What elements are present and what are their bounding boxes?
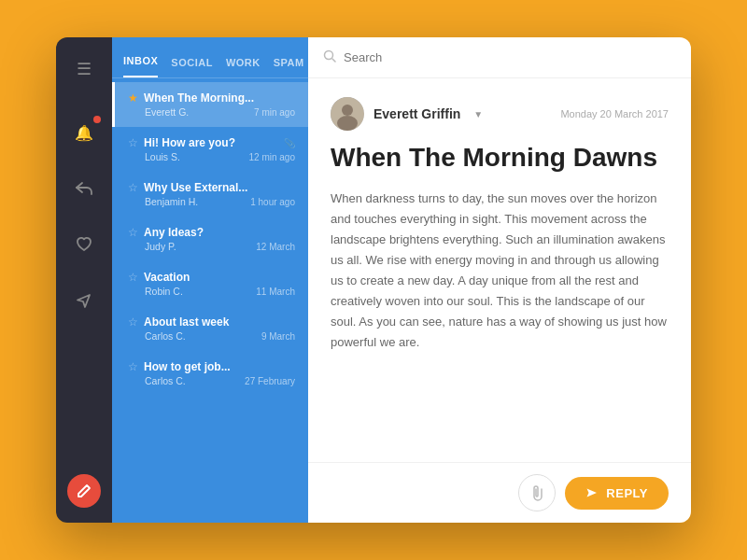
email-subject: Hi! How are you?: [144, 136, 278, 149]
search-bar: [308, 37, 691, 78]
tab-inbox[interactable]: INBOX: [123, 55, 158, 77]
email-list-item[interactable]: ☆ Why Use External... Benjamin H. 1 hour…: [112, 172, 308, 217]
email-list-item[interactable]: ☆ Hi! How are you? 📎 Louis S. 12 min ago: [112, 127, 308, 172]
sender-info: Everett Griffin ▼: [331, 97, 483, 131]
email-list-panel: INBOX SOCIAL WORK SPAM ★ When The Mornin…: [112, 37, 308, 523]
star-icon[interactable]: ☆: [128, 226, 138, 239]
email-sender: Carlos C.: [145, 375, 186, 386]
compose-button[interactable]: [67, 474, 101, 508]
email-list-item[interactable]: ★ When The Morning... Everett G. 7 min a…: [112, 82, 308, 127]
email-subject: How to get job...: [144, 360, 295, 373]
email-subject: Any Ideas?: [144, 226, 295, 239]
email-list-item[interactable]: ☆ Vacation Robin C. 11 March: [112, 261, 308, 306]
email-list-item[interactable]: ☆ How to get job... Carlos C. 27 Februar…: [112, 351, 308, 396]
email-footer: REPLY: [308, 462, 691, 523]
search-input[interactable]: [344, 50, 676, 64]
email-subject: Why Use External...: [144, 181, 295, 194]
email-time: 9 March: [261, 331, 295, 342]
notification-icon[interactable]: 🔔: [67, 116, 101, 149]
icon-sidebar: ☰ 🔔: [56, 37, 112, 523]
email-sender: Louis S.: [145, 151, 180, 162]
email-time: 11 March: [256, 287, 295, 297]
email-time: 27 February: [245, 376, 295, 386]
star-icon[interactable]: ☆: [128, 181, 138, 194]
email-list-item[interactable]: ☆ About last week Carlos C. 9 March: [112, 306, 308, 351]
email-tabs: INBOX SOCIAL WORK SPAM: [112, 37, 308, 78]
tab-social[interactable]: SOCIAL: [171, 57, 213, 77]
notification-badge: [92, 114, 103, 125]
star-icon[interactable]: ★: [128, 91, 138, 105]
search-icon: [323, 49, 336, 65]
email-header-row: Everett Griffin ▼ Monday 20 March 2017: [331, 97, 669, 131]
email-items: ★ When The Morning... Everett G. 7 min a…: [112, 78, 308, 523]
heart-icon[interactable]: [67, 228, 101, 261]
star-icon[interactable]: ☆: [128, 136, 138, 149]
reply-label: REPLY: [606, 486, 648, 500]
email-date: Monday 20 March 2017: [560, 108, 669, 119]
email-sender: Carlos C.: [145, 330, 186, 342]
svg-point-3: [337, 116, 358, 131]
email-list-item[interactable]: ☆ Any Ideas? Judy P. 12 March: [112, 217, 308, 261]
email-subject: When The Morning...: [144, 91, 295, 105]
email-body: When darkness turns to day, the sun move…: [331, 189, 669, 354]
star-icon[interactable]: ☆: [128, 360, 138, 373]
star-icon[interactable]: ☆: [128, 315, 138, 329]
app-container: ☰ 🔔: [56, 37, 691, 523]
email-time: 12 min ago: [249, 152, 295, 162]
email-subject: Vacation: [144, 271, 295, 284]
tab-work[interactable]: WORK: [226, 57, 261, 77]
svg-point-0: [325, 51, 333, 60]
email-subject: About last week: [144, 315, 295, 329]
sender-dropdown-arrow[interactable]: ▼: [473, 109, 483, 119]
email-sender: Benjamin H.: [145, 196, 198, 207]
email-time: 12 March: [256, 242, 295, 252]
email-time: 7 min ago: [254, 107, 295, 118]
reading-pane: Everett Griffin ▼ Monday 20 March 2017 W…: [308, 37, 691, 523]
attachment-icon: 📎: [284, 138, 295, 148]
sender-name: Everett Griffin: [374, 106, 460, 121]
email-sender: Everett G.: [145, 106, 189, 118]
menu-icon[interactable]: ☰: [67, 52, 101, 86]
attachment-button[interactable]: [518, 474, 556, 511]
email-title: When The Morning Dawns: [331, 142, 669, 174]
avatar: [331, 97, 364, 131]
email-content: Everett Griffin ▼ Monday 20 March 2017 W…: [308, 78, 691, 462]
email-sender: Robin C.: [145, 286, 183, 297]
reply-all-icon[interactable]: [67, 172, 101, 205]
email-time: 1 hour ago: [250, 197, 295, 207]
send-icon[interactable]: [67, 284, 101, 317]
tab-spam[interactable]: SPAM: [274, 57, 304, 77]
star-icon[interactable]: ☆: [128, 271, 138, 284]
svg-point-2: [342, 105, 353, 116]
email-sender: Judy P.: [145, 241, 176, 252]
reply-button[interactable]: REPLY: [565, 477, 669, 510]
